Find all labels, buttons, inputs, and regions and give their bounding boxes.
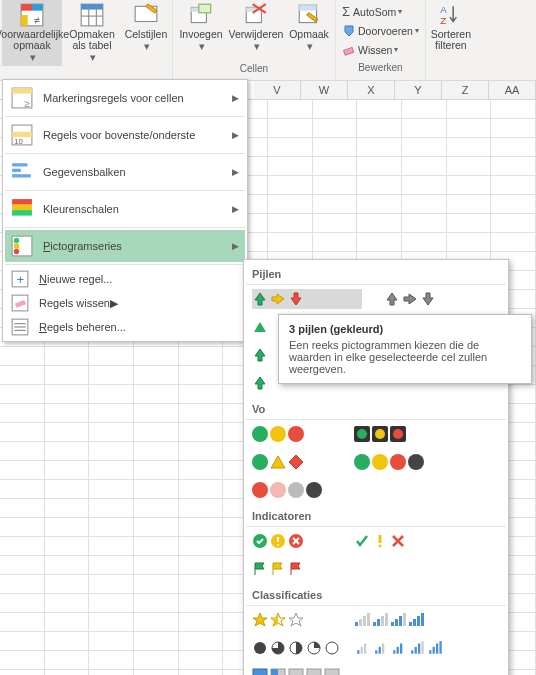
delete-button[interactable]: Verwijderen▾	[227, 0, 285, 66]
tooltip-body: Een reeks pictogrammen kiezen die de waa…	[289, 339, 487, 375]
iconset-3-traffic-unrim[interactable]	[252, 424, 306, 444]
clear-rules-icon	[11, 294, 29, 312]
cell-styles-button[interactable]: Celstijlen▾	[122, 0, 170, 66]
svg-rect-64	[373, 622, 376, 626]
conditional-formatting-menu: ≥ Markeringsregels voor cellen ▶ 10 Rege…	[2, 79, 248, 342]
bars-1-icon	[354, 612, 370, 628]
yellow-flag-icon	[270, 561, 286, 577]
red-light-icon	[390, 426, 406, 442]
menu-separator	[5, 227, 245, 228]
iconset-5-bars[interactable]	[356, 638, 446, 658]
red-circle-icon	[390, 454, 406, 470]
autosum-label: AutoSom	[353, 6, 396, 18]
svg-text:≠: ≠	[34, 14, 40, 26]
svg-point-36	[14, 238, 20, 244]
red-circle-icon	[252, 482, 268, 498]
svg-rect-90	[411, 650, 413, 653]
iconset-3-triangles[interactable]	[252, 317, 270, 337]
chevron-down-icon: ▾	[398, 7, 402, 16]
iconset-3-arrows-gray[interactable]	[384, 289, 438, 309]
svg-rect-62	[363, 616, 366, 626]
bars-icon	[374, 640, 390, 656]
yellow-circle-icon	[372, 454, 388, 470]
sort-filter-button[interactable]: AZ Sorteren filteren	[428, 0, 474, 66]
svg-point-50	[375, 429, 385, 439]
svg-rect-100	[271, 669, 278, 675]
styles-group-label	[85, 63, 88, 74]
iconset-3-signs[interactable]	[252, 452, 306, 472]
svg-rect-98	[253, 669, 267, 675]
chevron-down-icon: ▾	[90, 52, 96, 63]
col-aa[interactable]: AA	[489, 81, 536, 99]
menu-icon-sets[interactable]: Pictogramseries ▶	[5, 230, 245, 262]
menu-highlight-rules[interactable]: ≥ Markeringsregels voor cellen ▶	[5, 82, 245, 114]
menu-top-bottom-rules[interactable]: 10 Regels voor bovenste/onderste ▶	[5, 119, 245, 151]
insert-cells-icon	[188, 2, 214, 28]
col-w[interactable]: W	[301, 81, 348, 99]
svg-rect-73	[413, 619, 416, 626]
bars-icon	[356, 640, 372, 656]
svg-rect-82	[361, 647, 363, 654]
col-y[interactable]: Y	[395, 81, 442, 99]
cells-group-label: Cellen	[240, 63, 268, 74]
format-table-label: Opmaken als tabel	[62, 29, 122, 51]
red-diamond-icon	[288, 454, 304, 470]
chevron-down-icon: ▾	[30, 52, 36, 63]
q-empty-icon	[324, 640, 340, 656]
bars-3-icon	[390, 612, 406, 628]
autosum-button[interactable]: ΣAutoSom▾	[340, 2, 404, 21]
svg-text:+: +	[17, 273, 24, 287]
svg-rect-61	[359, 619, 362, 626]
iconset-3-stars[interactable]	[252, 610, 306, 630]
svg-rect-24	[12, 88, 32, 94]
format-label: Opmaak	[289, 29, 329, 40]
clear-button[interactable]: Wissen▾	[340, 40, 400, 59]
iconset-4-arrows-colored[interactable]	[252, 345, 270, 365]
svg-point-52	[393, 429, 403, 439]
col-x[interactable]: X	[348, 81, 395, 99]
submenu-arrow-icon: ▶	[232, 167, 239, 177]
format-button[interactable]: Opmaak▾	[285, 0, 333, 66]
section-ratings: Classificaties	[246, 585, 506, 606]
chevron-down-icon: ▾	[394, 45, 398, 54]
submenu-arrow-icon: ▶	[232, 204, 239, 214]
iconset-3-symbols-uncircled[interactable]	[354, 531, 408, 551]
submenu-arrow-icon: ▶	[232, 93, 239, 103]
menu-data-bars[interactable]: Gegevensbalken ▶	[5, 156, 245, 188]
arrow-up-green-icon	[252, 347, 268, 363]
iconset-5-boxes[interactable]	[252, 666, 342, 675]
col-v[interactable]: V	[254, 81, 301, 99]
svg-rect-86	[382, 643, 384, 653]
fill-button[interactable]: Doorvoeren▾	[340, 21, 421, 40]
eraser-icon	[342, 43, 356, 57]
col-z[interactable]: Z	[442, 81, 489, 99]
iconset-4-traffic[interactable]	[354, 452, 426, 472]
delete-cells-icon	[243, 2, 269, 28]
iconset-5-quarters[interactable]	[252, 638, 342, 658]
svg-rect-63	[367, 613, 370, 626]
svg-rect-104	[307, 669, 321, 675]
iconset-red-to-black[interactable]	[252, 480, 324, 500]
arrow-right-yellow-icon	[270, 291, 286, 307]
svg-rect-93	[421, 641, 423, 654]
conditional-formatting-button[interactable]: ≠ Voorwaardelijke opmaak▾	[2, 0, 62, 66]
menu-clear-rules[interactable]: Regels wissen ▶	[5, 291, 245, 315]
sort-icon: AZ	[438, 2, 464, 28]
iconset-5-arrows-colored[interactable]	[252, 373, 270, 393]
menu-color-scales[interactable]: Kleurenschalen ▶	[5, 193, 245, 225]
iconset-4-bars[interactable]	[354, 610, 426, 630]
chevron-down-icon: ▾	[144, 41, 150, 52]
tooltip-title: 3 pijlen (gekleurd)	[289, 323, 521, 335]
menu-manage-rules[interactable]: Regels beheren...	[5, 315, 245, 339]
iconset-3-traffic-rimmed[interactable]	[354, 424, 408, 444]
format-as-table-button[interactable]: Opmaken als tabel▾	[62, 0, 122, 66]
iconset-3-symbols-circled[interactable]	[252, 531, 306, 551]
menu-new-rule[interactable]: + Nieuwe regel...	[5, 267, 245, 291]
iconset-3-flags[interactable]	[252, 559, 306, 579]
pink-circle-icon	[270, 482, 286, 498]
insert-button[interactable]: Invoegen▾	[175, 0, 227, 66]
svg-rect-84	[375, 650, 377, 653]
svg-rect-29	[12, 163, 27, 166]
iconset-3-arrows-colored[interactable]	[252, 289, 362, 309]
sigma-icon: Σ	[342, 4, 350, 19]
